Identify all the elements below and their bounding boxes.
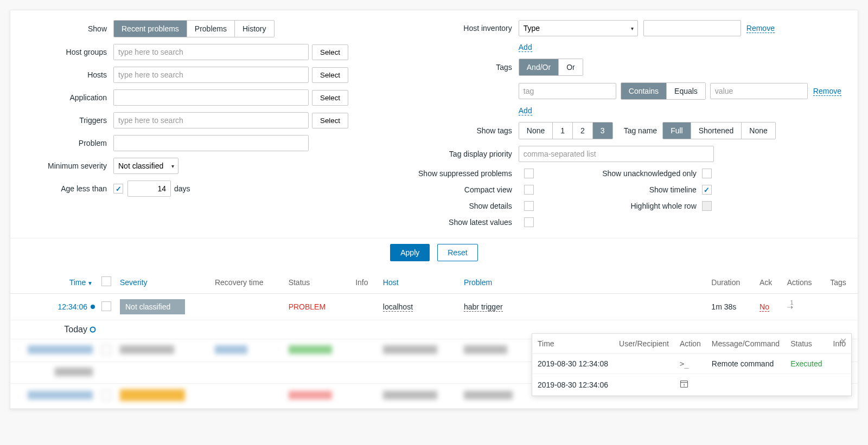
col-status: Status xyxy=(284,271,352,294)
close-icon[interactable]: ✕ xyxy=(840,336,847,346)
show-history[interactable]: History xyxy=(235,21,274,37)
row-problem[interactable]: habr trigger xyxy=(464,302,503,312)
tag-priority-input[interactable] xyxy=(519,146,714,162)
compact-label: Compact view xyxy=(410,185,519,194)
popup-col-action: Action xyxy=(674,334,706,354)
row-ack[interactable]: No xyxy=(760,302,769,312)
latest-label: Show latest values xyxy=(410,218,519,227)
col-recovery: Recovery time xyxy=(210,271,284,294)
tag-add[interactable]: Add xyxy=(519,106,532,115)
host-groups-input[interactable] xyxy=(113,44,309,60)
unack-label: Show unacknowledged only xyxy=(556,169,697,178)
show-tags-segmented: None 1 2 3 xyxy=(519,122,613,139)
row-checkbox[interactable] xyxy=(101,301,111,311)
tag-name-full[interactable]: Full xyxy=(663,122,691,139)
host-inventory-add[interactable]: Add xyxy=(519,43,532,52)
select-all-checkbox[interactable] xyxy=(101,276,111,286)
triggers-input[interactable] xyxy=(113,112,309,128)
age-unit: days xyxy=(174,184,190,193)
popup-row: 2019-08-30 12:34:06 ! xyxy=(532,374,851,396)
min-severity-select[interactable]: Not classified xyxy=(113,158,178,174)
age-value-input[interactable] xyxy=(127,180,171,197)
details-checkbox[interactable] xyxy=(524,201,534,211)
tag-priority-label: Tag display priority xyxy=(410,150,519,158)
tag-contains[interactable]: Contains xyxy=(621,83,667,99)
row-host[interactable]: localhost xyxy=(383,302,413,312)
host-groups-label: Host groups xyxy=(27,48,113,56)
tag-equals[interactable]: Equals xyxy=(667,83,705,99)
highlight-label: Highlight whole row xyxy=(556,202,697,210)
show-tags-1[interactable]: 1 xyxy=(553,122,573,139)
row-severity: Not classified xyxy=(120,299,185,314)
col-duration: Duration xyxy=(707,271,755,294)
tag-name-label: Tag name xyxy=(624,126,657,135)
tags-andor[interactable]: And/Or xyxy=(519,59,559,75)
compact-checkbox[interactable] xyxy=(524,185,534,195)
col-host[interactable]: Host xyxy=(379,271,459,294)
tag-value-input[interactable] xyxy=(710,83,808,99)
show-recent-problems[interactable]: Recent problems xyxy=(114,21,187,37)
row-actions-icon[interactable]: 1⇢ xyxy=(787,303,793,311)
unack-checkbox[interactable] xyxy=(702,169,712,178)
popup-col-time: Time xyxy=(532,334,614,354)
tag-name-shortened[interactable]: Shortened xyxy=(691,122,742,139)
triggers-label: Triggers xyxy=(27,116,113,125)
tag-name-none[interactable]: None xyxy=(742,122,775,139)
tags-or[interactable]: Or xyxy=(559,59,583,75)
tag-name-input[interactable] xyxy=(519,83,616,99)
host-inventory-label: Host inventory xyxy=(410,24,519,33)
show-tags-label: Show tags xyxy=(410,126,519,135)
popup-col-status: Status xyxy=(785,334,827,354)
col-tags: Tags xyxy=(826,271,858,294)
triggers-select[interactable]: Select xyxy=(312,113,348,128)
suppressed-checkbox[interactable] xyxy=(524,169,534,178)
show-tags-3[interactable]: 3 xyxy=(593,122,612,139)
application-select[interactable]: Select xyxy=(312,90,348,106)
row-time[interactable]: 12:34:06 xyxy=(58,302,88,311)
tags-mode-segmented: And/Or Or xyxy=(519,59,583,76)
row-duration: 1m 38s xyxy=(707,294,755,320)
col-info: Info xyxy=(351,271,379,294)
show-tags-2[interactable]: 2 xyxy=(573,122,593,139)
tags-label: Tags xyxy=(410,63,519,72)
details-label: Show details xyxy=(410,202,519,210)
host-groups-select[interactable]: Select xyxy=(312,44,348,60)
hosts-input[interactable] xyxy=(113,67,309,83)
reset-button[interactable]: Reset xyxy=(437,244,478,261)
hosts-label: Hosts xyxy=(27,70,113,79)
problem-label: Problem xyxy=(27,139,113,147)
row-status: PROBLEM xyxy=(289,302,326,311)
popup-col-message: Message/Command xyxy=(706,334,785,354)
apply-button[interactable]: Apply xyxy=(390,244,430,261)
hosts-select[interactable]: Select xyxy=(312,67,348,83)
col-severity[interactable]: Severity xyxy=(116,271,210,294)
highlight-checkbox[interactable] xyxy=(702,201,712,211)
application-input[interactable] xyxy=(113,89,309,106)
col-time[interactable]: Time xyxy=(10,271,97,294)
timeline-label: Show timeline xyxy=(556,185,697,194)
tag-name-segmented: Full Shortened None xyxy=(662,122,776,139)
age-checkbox[interactable] xyxy=(113,184,123,194)
tag-remove[interactable]: Remove xyxy=(813,87,841,96)
actions-popup: ✕ Time User/Recipient Action Message/Com… xyxy=(532,333,852,396)
filter-left-column: Show Recent problems Problems History Ho… xyxy=(27,20,388,234)
col-actions: Actions xyxy=(783,271,826,294)
terminal-icon: >_ xyxy=(680,359,689,368)
col-problem[interactable]: Problem xyxy=(459,271,533,294)
col-ack: Ack xyxy=(755,271,783,294)
filter-right-column: Host inventory Type Remove Add Tags And/… xyxy=(410,20,841,234)
show-tags-none[interactable]: None xyxy=(519,122,553,139)
host-inventory-value-input[interactable] xyxy=(643,20,741,36)
popup-row: 2019-08-30 12:34:08 >_ Remote command Ex… xyxy=(532,354,851,374)
table-row: 12:34:06 Not classified PROBLEM localhos… xyxy=(10,294,858,320)
host-inventory-remove[interactable]: Remove xyxy=(746,24,775,33)
age-label: Age less than xyxy=(27,184,113,193)
latest-checkbox[interactable] xyxy=(524,217,534,227)
show-problems[interactable]: Problems xyxy=(187,21,235,37)
show-label: Show xyxy=(27,24,113,33)
problem-input[interactable] xyxy=(113,135,309,151)
host-inventory-type-select[interactable]: Type xyxy=(519,20,638,36)
popup-col-user: User/Recipient xyxy=(614,334,674,354)
timeline-checkbox[interactable] xyxy=(702,185,712,195)
tag-op-segmented: Contains Equals xyxy=(621,82,706,100)
